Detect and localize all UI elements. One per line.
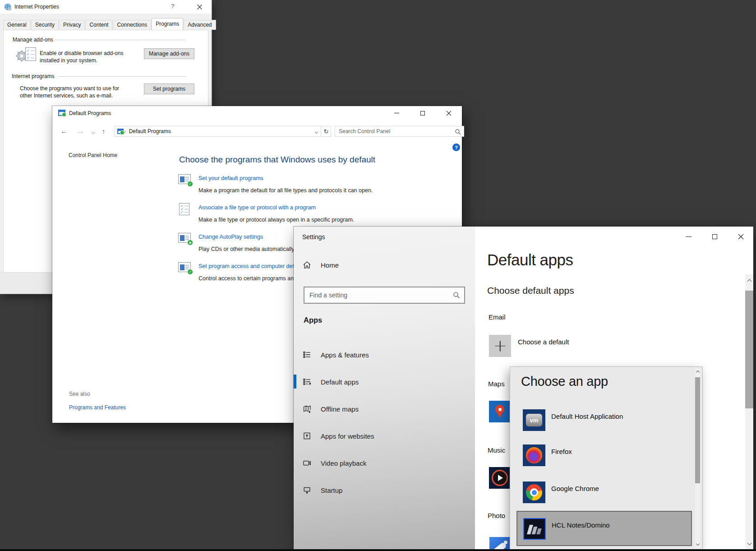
associate-filetype-icon [178, 203, 192, 216]
address-dropdown-icon[interactable] [312, 129, 321, 134]
autoplay-settings-link[interactable]: Change AutoPlay settings [198, 234, 263, 240]
ip-titlebar[interactable]: Internet Properties ? [0, 0, 212, 14]
offline-maps-icon [303, 405, 311, 413]
page-subtitle: Choose default apps [487, 285, 574, 296]
choose-default-label: Choose a default [518, 338, 569, 346]
sidebar-item-label: Offline maps [321, 405, 359, 413]
email-category-label: Email [489, 313, 506, 321]
settings-minimize-button[interactable] [675, 227, 701, 246]
forward-icon[interactable] [77, 127, 84, 135]
dp-minimize-button[interactable] [383, 106, 410, 120]
google-chrome-icon[interactable] [523, 482, 545, 503]
dp-title: Default Programs [69, 110, 111, 116]
manage-addons-group-label: Manage add-ons [13, 37, 56, 43]
tab-privacy[interactable]: Privacy [59, 20, 85, 30]
scroll-down-icon[interactable] [745, 542, 753, 545]
music-category-label: Music [488, 446, 505, 454]
sidebar-item-label: Home [321, 261, 339, 269]
app-option-default-host[interactable]: Default Host Application [551, 412, 623, 420]
settings-close-button[interactable] [728, 227, 753, 246]
close-icon [738, 234, 744, 240]
close-icon [446, 111, 452, 116]
dp-close-button[interactable] [436, 106, 462, 120]
firefox-icon[interactable] [523, 445, 545, 466]
tab-programs[interactable]: Programs [152, 18, 183, 30]
refresh-icon[interactable] [321, 126, 331, 137]
scrollbar-thumb[interactable] [745, 291, 753, 408]
programs-and-features-link[interactable]: Programs and Features [69, 404, 126, 411]
set-default-programs-icon [178, 174, 192, 186]
manage-addons-button[interactable]: Manage add-ons [144, 48, 194, 59]
cp-search [335, 126, 464, 137]
ip-tab-strip: General Security Privacy Content Connect… [3, 20, 217, 30]
scroll-up-icon[interactable] [695, 371, 700, 374]
set-programs-button[interactable]: Set programs [144, 83, 194, 94]
video-playback-icon [303, 459, 311, 468]
ip-title: Internet Properties [14, 4, 59, 10]
apps-for-websites-icon [303, 432, 311, 440]
apps-features-icon [303, 351, 311, 359]
sidebar-item-apps-features[interactable]: Apps & features [294, 346, 475, 364]
ip-close-button[interactable] [191, 2, 207, 12]
history-chevron-icon[interactable] [92, 131, 95, 134]
sidebar-item-startup[interactable]: Startup [294, 481, 475, 499]
dp-maximize-button[interactable] [410, 106, 436, 120]
photos-app-tile[interactable] [489, 537, 511, 549]
sidebar-item-label: Video playback [321, 459, 366, 467]
page-title: Default apps [487, 251, 573, 269]
control-panel-home-link[interactable]: Control Panel Home [69, 152, 117, 158]
app-option-firefox[interactable]: Firefox [551, 448, 572, 455]
scroll-down-icon[interactable] [695, 542, 700, 545]
sidebar-item-offline-maps[interactable]: Offline maps [294, 400, 475, 418]
internet-programs-description: Choose the programs you want to use for … [20, 85, 124, 99]
tab-security[interactable]: Security [31, 20, 59, 30]
autoplay-settings-icon [178, 232, 192, 245]
app-option-google-chrome[interactable]: Google Chrome [551, 485, 599, 492]
music-app-tile[interactable] [489, 467, 511, 489]
find-setting-search [304, 287, 465, 304]
sidebar-item-default-apps[interactable]: Default apps [294, 373, 475, 391]
find-setting-input[interactable] [304, 287, 464, 303]
tab-general[interactable]: General [3, 20, 31, 30]
program-access-link[interactable]: Set program access and computer defaults [198, 263, 306, 269]
sidebar-item-label: Default apps [321, 378, 359, 386]
popup-scrollbar[interactable] [695, 368, 700, 548]
scrollbar-thumb[interactable] [695, 377, 700, 483]
cp-search-input[interactable] [335, 126, 464, 136]
sidebar-item-video-playback[interactable]: Video playback [294, 454, 475, 472]
up-icon[interactable] [102, 127, 106, 135]
address-bar[interactable]: › Default Programs [114, 126, 331, 137]
default-apps-icon [303, 378, 311, 386]
back-icon[interactable] [60, 127, 68, 135]
autoplay-settings-desc: Play CDs or other media automatically [198, 246, 295, 252]
tab-content[interactable]: Content [85, 20, 112, 30]
see-also-label: See also [69, 391, 90, 397]
default-host-application-icon[interactable]: vm [523, 409, 545, 431]
settings-title: Settings [302, 233, 325, 241]
search-icon [453, 292, 460, 299]
dp-page-heading: Choose the programs that Windows uses by… [179, 155, 375, 165]
set-default-programs-link[interactable]: Set your default programs [198, 175, 263, 181]
associate-filetype-link[interactable]: Associate a file type or protocol with a… [198, 204, 316, 211]
tab-advanced[interactable]: Advanced [184, 20, 216, 30]
choose-an-app-popup: Choose an app vm Default Host Applicatio… [510, 367, 702, 549]
tab-connections[interactable]: Connections [113, 20, 151, 30]
choose-default-email-button[interactable] [489, 335, 511, 357]
app-option-selected-row[interactable]: HCL Notes/Domino [516, 511, 692, 546]
help-icon[interactable]: ? [452, 144, 460, 151]
close-icon [197, 5, 202, 9]
sidebar-item-apps-for-websites[interactable]: Apps for websites [294, 427, 475, 445]
default-programs-icon [58, 110, 65, 116]
taskbar-strip [0, 549, 756, 551]
search-icon [455, 129, 461, 135]
ip-help-button[interactable]: ? [166, 3, 180, 12]
settings-scrollbar[interactable] [745, 274, 753, 549]
breadcrumb[interactable]: Default Programs [129, 128, 171, 134]
app-option-hcl-notes[interactable]: HCL Notes/Domino [552, 521, 610, 529]
maps-app-tile[interactable] [489, 401, 511, 422]
startup-icon [303, 486, 311, 495]
settings-maximize-button[interactable] [701, 227, 728, 246]
scroll-up-icon[interactable] [745, 280, 753, 283]
sidebar-item-label: Apps for websites [321, 432, 374, 440]
sidebar-item-home[interactable]: Home [294, 256, 475, 274]
